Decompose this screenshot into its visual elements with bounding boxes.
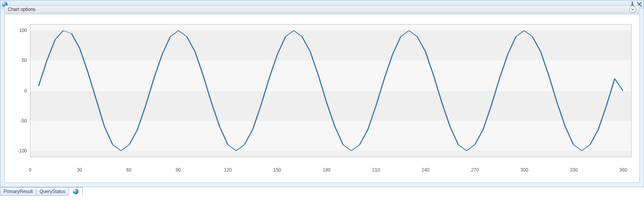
x-tick-label: 0 (29, 167, 32, 173)
tab-query-status[interactable]: QueryStatus (36, 187, 69, 196)
x-tick-label: 240 (422, 167, 429, 173)
x-tick-label: 90 (176, 167, 181, 173)
x-tick-label: 360 (619, 167, 627, 173)
x-tick-label: 60 (126, 167, 131, 173)
x-tick-label: 330 (570, 167, 578, 173)
result-tab-strip: PrimaryResult QueryStatus (0, 187, 82, 196)
tab-chart[interactable] (69, 187, 83, 196)
x-tick-label: 30 (77, 167, 82, 173)
y-tick-label: 100 (9, 28, 27, 33)
app-sphere-icon (73, 189, 78, 194)
x-tick-label: 150 (273, 167, 281, 173)
tab-primary-result[interactable]: PrimaryResult (0, 187, 36, 196)
y-tick-label: -100 (9, 148, 27, 154)
y-tick-label: -50 (9, 118, 27, 124)
x-tick-label: 300 (520, 167, 528, 173)
x-tick-label: 180 (323, 167, 330, 173)
chevron-down-icon[interactable] (629, 6, 636, 13)
chart-canvas-frame: ◂ ▸ -100-5005010003060901201501802102402… (4, 14, 640, 183)
chart-options-bar[interactable]: Chart options (4, 5, 640, 13)
chart-options-label: Chart options (8, 7, 35, 12)
x-tick-label: 210 (372, 167, 380, 173)
y-tick-label: 50 (9, 58, 27, 63)
plot-wrap: ◂ ▸ -100-5005010003060901201501802102402… (9, 18, 635, 179)
chart-svg (30, 25, 631, 157)
plot-area: ◂ ▸ (30, 24, 632, 157)
x-tick-label: 270 (471, 167, 479, 173)
chart-panel: Chart options ◂ ▸ -100-50050100030609012… (0, 0, 644, 187)
tab-label: QueryStatus (39, 189, 66, 194)
x-tick-label: 120 (224, 167, 232, 173)
tab-label: PrimaryResult (4, 189, 33, 194)
chart-line (39, 30, 623, 151)
y-tick-label: 0 (9, 88, 27, 94)
